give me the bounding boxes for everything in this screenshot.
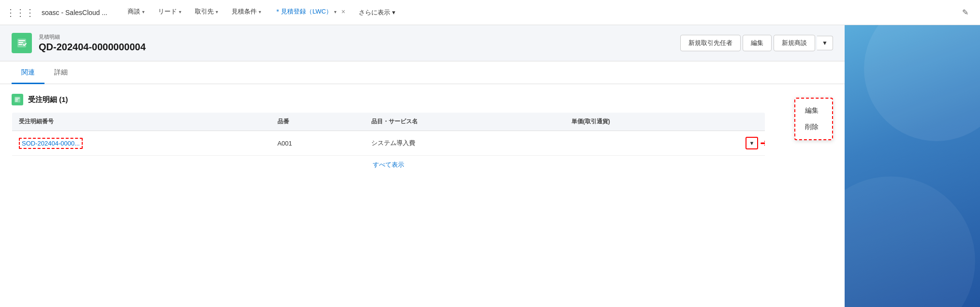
close-tab-button[interactable]: × xyxy=(338,8,348,15)
dropdown-edit-item[interactable]: 編集 xyxy=(795,102,832,119)
chevron-down-icon: ▾ xyxy=(392,9,395,16)
nav-more-label: さらに表示 xyxy=(359,8,390,17)
tabs-bar: 関連 詳細 xyxy=(0,61,845,84)
table-row: SOD-202404-0000... A001 システム導入費 ▼ ➜ xyxy=(12,131,765,156)
nav-more-button[interactable]: さらに表示 ▾ xyxy=(359,8,395,17)
tab-related[interactable]: 関連 xyxy=(12,61,44,84)
record-type-icon xyxy=(12,33,32,53)
top-navigation: ⋮⋮⋮ soasc - SalesCloud ... 商談 ▾ リード ▾ 取引… xyxy=(0,0,980,25)
edit-button[interactable]: 編集 xyxy=(743,35,772,51)
nav-lead-label: リード xyxy=(158,7,177,16)
tab-detail[interactable]: 詳細 xyxy=(44,61,77,84)
col-header-unit-price: 単価(取引通貨) xyxy=(565,113,739,131)
orders-table: 受注明細番号 品番 品目・サービス名 単価(取引通貨) SOD-202404-0… xyxy=(12,112,765,175)
chevron-down-icon: ▾ xyxy=(179,9,181,15)
show-all-row: すべて表示 xyxy=(12,156,765,175)
edit-icon[interactable]: ✎ xyxy=(956,8,974,17)
left-panel: 見積明細 QD-202404-0000000004 新規取引先任者 編集 新規商… xyxy=(0,25,845,307)
table-wrapper: 受注明細番号 品番 品目・サービス名 単価(取引通貨) SOD-202404-0… xyxy=(12,112,765,175)
page-header: 見積明細 QD-202404-0000000004 新規取引先任者 編集 新規商… xyxy=(0,25,845,61)
right-panel xyxy=(845,25,980,307)
col-header-order-number: 受注明細番号 xyxy=(12,113,271,131)
page-header-title-block: 見積明細 QD-202404-0000000004 xyxy=(39,33,146,53)
section-header: 受注明細 (1) xyxy=(12,94,833,105)
nav-mitsumori-label: 見積条件 xyxy=(232,7,257,16)
col-header-product-name: 品目・サービス名 xyxy=(365,113,565,131)
grid-icon[interactable]: ⋮⋮⋮ xyxy=(6,7,35,18)
order-number-cell: SOD-202404-0000... xyxy=(12,131,271,156)
nav-item-lead[interactable]: リード ▾ xyxy=(151,0,188,25)
nav-shodan-label: 商談 xyxy=(128,7,140,16)
chevron-down-icon: ▾ xyxy=(259,9,261,15)
show-all-link[interactable]: すべて表示 xyxy=(373,161,404,168)
table-and-dropdown: 受注明細番号 品番 品目・サービス名 単価(取引通貨) SOD-202404-0… xyxy=(12,112,833,175)
new-contact-button[interactable]: 新規取引先任者 xyxy=(680,35,741,51)
page-header-actions: 新規取引先任者 編集 新規商談 ▼ xyxy=(680,35,833,51)
product-name-cell: システム導入費 xyxy=(365,131,565,156)
red-arrow-indicator: ➜ xyxy=(760,137,765,149)
app-name: soasc - SalesCloud ... xyxy=(42,9,107,16)
unit-price-cell xyxy=(565,131,739,156)
row-action-dropdown-menu: 編集 削除 xyxy=(794,98,833,140)
page-header-left: 見積明細 QD-202404-0000000004 xyxy=(12,33,146,53)
chevron-down-icon: ▾ xyxy=(334,9,336,15)
col-header-product-code: 品番 xyxy=(271,113,365,131)
nav-item-mitsumori[interactable]: 見積条件 ▾ xyxy=(225,0,268,25)
arrow-indicator: ▼ ➜ xyxy=(746,137,758,149)
show-all-cell: すべて表示 xyxy=(12,156,765,175)
page-title: QD-202404-0000000004 xyxy=(39,42,146,53)
new-opportunity-button[interactable]: 新規商談 xyxy=(774,35,815,51)
order-number-link[interactable]: SOD-202404-0000... xyxy=(19,138,83,149)
related-section: 受注明細 (1) 受注明細番号 品番 品目・サービス名 単価(取引通貨) xyxy=(0,84,845,184)
nav-item-shodan[interactable]: 商談 ▾ xyxy=(121,0,151,25)
nav-item-mitsumori-lwc[interactable]: ＊見積登録（LWC） ▾ × xyxy=(268,0,355,25)
nav-item-torihikisaki[interactable]: 取引先 ▾ xyxy=(188,0,225,25)
row-action-dropdown-button[interactable]: ▼ xyxy=(746,137,758,149)
chevron-down-icon: ▾ xyxy=(142,9,145,15)
product-code-cell: A001 xyxy=(271,131,365,156)
row-actions-cell: ▼ ➜ xyxy=(739,131,765,156)
page-subtitle: 見積明細 xyxy=(39,33,146,41)
nav-mitsumori-lwc-label: ＊見積登録（LWC） xyxy=(275,7,332,16)
actions-dropdown-button[interactable]: ▼ xyxy=(817,36,833,50)
col-header-actions xyxy=(739,113,765,131)
section-title: 受注明細 (1) xyxy=(28,95,68,104)
chevron-down-icon: ▾ xyxy=(216,9,218,15)
nav-torihikisaki-label: 取引先 xyxy=(195,7,214,16)
main-content: 見積明細 QD-202404-0000000004 新規取引先任者 編集 新規商… xyxy=(0,25,980,307)
dropdown-delete-item[interactable]: 削除 xyxy=(795,119,832,135)
section-record-icon xyxy=(12,94,23,105)
